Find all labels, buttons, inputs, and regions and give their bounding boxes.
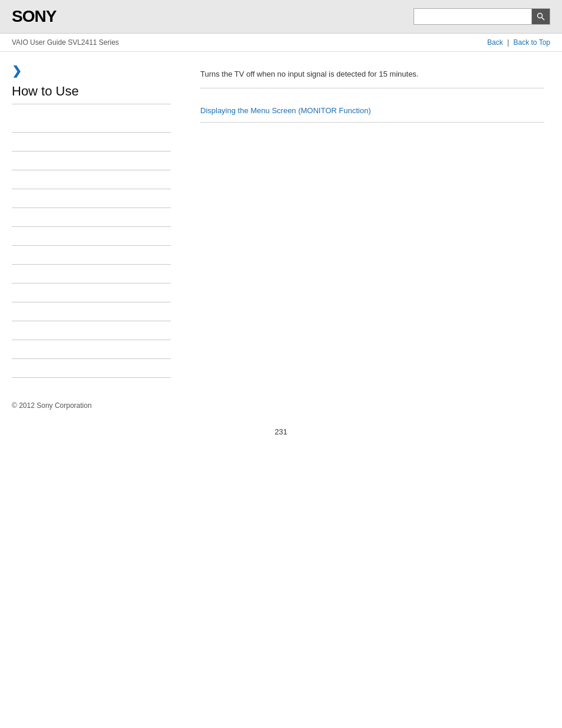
- sidebar-link[interactable]: [12, 157, 14, 165]
- nav-links: Back | Back to Top: [487, 38, 550, 47]
- sidebar-link[interactable]: [12, 289, 14, 297]
- content-area: Turns the TV off when no input signal is…: [183, 52, 562, 390]
- search-area: [414, 8, 550, 25]
- nav-bar: VAIO User Guide SVL2411 Series Back | Ba…: [0, 34, 562, 52]
- list-item[interactable]: [12, 170, 171, 189]
- sidebar-link[interactable]: [12, 119, 14, 127]
- list-item[interactable]: [12, 302, 171, 321]
- list-item[interactable]: [12, 359, 171, 378]
- sidebar-link[interactable]: [12, 251, 14, 259]
- sidebar-link[interactable]: [12, 195, 14, 203]
- sidebar-nav: [12, 114, 171, 378]
- sony-logo: SONY: [12, 7, 56, 26]
- list-item[interactable]: [12, 208, 171, 227]
- sidebar-link[interactable]: [12, 213, 14, 222]
- search-input[interactable]: [414, 8, 531, 25]
- sidebar-link[interactable]: [12, 270, 14, 278]
- list-item[interactable]: [12, 246, 171, 265]
- list-item[interactable]: [12, 340, 171, 359]
- list-item[interactable]: [12, 189, 171, 208]
- copyright: © 2012 Sony Corporation: [12, 401, 92, 410]
- list-item[interactable]: [12, 227, 171, 246]
- sidebar-link[interactable]: [12, 308, 14, 316]
- breadcrumb: VAIO User Guide SVL2411 Series: [12, 38, 119, 47]
- list-item[interactable]: [12, 284, 171, 302]
- svg-line-1: [542, 18, 544, 20]
- sidebar: ❯ How to Use: [0, 52, 183, 390]
- monitor-function-link[interactable]: Displaying the Menu Screen (MONITOR Func…: [200, 106, 371, 115]
- content-description: Turns the TV off when no input signal is…: [200, 70, 544, 88]
- list-item[interactable]: [12, 151, 171, 170]
- list-item[interactable]: [12, 133, 171, 151]
- content-link-section: Displaying the Menu Screen (MONITOR Func…: [200, 99, 544, 123]
- sidebar-link[interactable]: [12, 176, 14, 184]
- search-button[interactable]: [531, 8, 550, 25]
- main-content: ❯ How to Use Turns the TV off when no in…: [0, 52, 562, 390]
- sidebar-chevron: ❯: [12, 64, 171, 78]
- sidebar-link[interactable]: [12, 327, 14, 335]
- back-to-top-link[interactable]: Back to Top: [514, 38, 550, 47]
- nav-separator: |: [507, 38, 509, 47]
- page-number: 231: [0, 416, 562, 448]
- list-item[interactable]: [12, 265, 171, 284]
- sidebar-link[interactable]: [12, 345, 14, 354]
- list-item[interactable]: [12, 114, 171, 133]
- back-link[interactable]: Back: [487, 38, 503, 47]
- sidebar-link[interactable]: [12, 138, 14, 146]
- search-icon: [536, 12, 546, 21]
- sidebar-title: How to Use: [12, 84, 171, 104]
- sidebar-link[interactable]: [12, 232, 14, 241]
- header: SONY: [0, 0, 562, 34]
- svg-point-0: [538, 14, 543, 18]
- footer: © 2012 Sony Corporation: [0, 390, 562, 416]
- list-item[interactable]: [12, 321, 171, 340]
- sidebar-link[interactable]: [12, 364, 14, 373]
